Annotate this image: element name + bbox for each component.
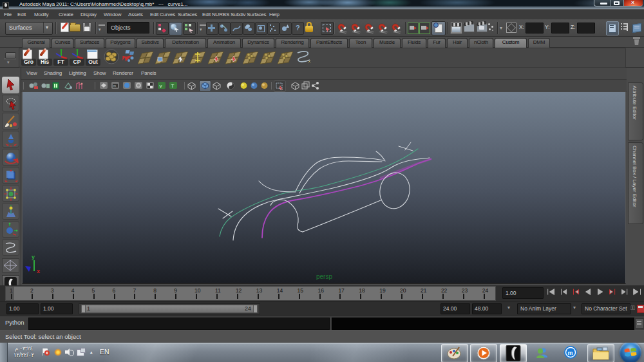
svg-text:x: x: [37, 268, 40, 274]
svg-text:v: v: [160, 83, 162, 89]
svg-text:y: y: [32, 254, 35, 260]
svg-text:persp: persp: [316, 273, 332, 280]
svg-text:T: T: [171, 83, 175, 89]
svg-text:m: m: [568, 350, 573, 356]
svg-text:m: m: [113, 84, 116, 88]
